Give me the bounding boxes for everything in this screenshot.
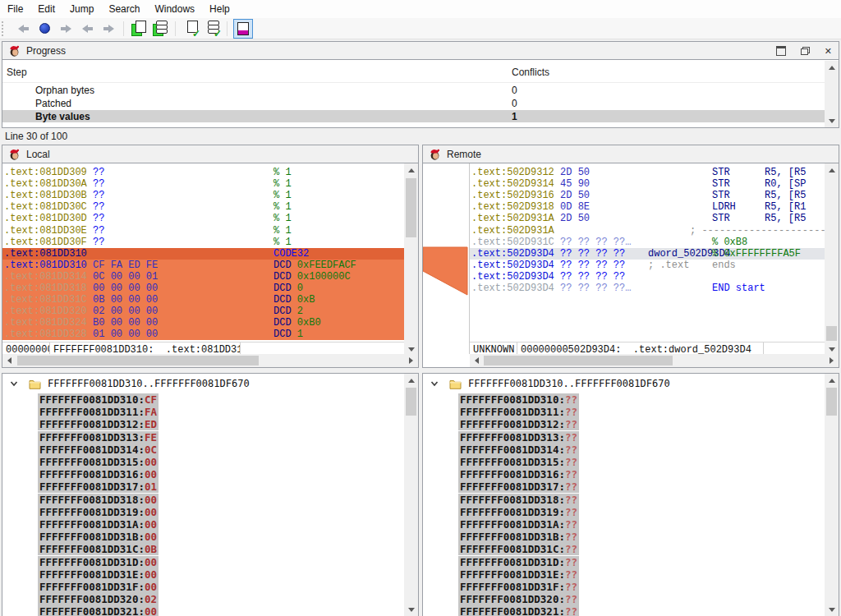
listing-row[interactable]: .text:502D9318 0D 8ELDRHR5, [R1 [470,201,825,213]
hex-row[interactable]: FFFFFFF0081DD321:?? [458,605,579,616]
local-hscrollbar[interactable] [2,354,418,367]
hex-row[interactable]: FFFFFFF0081DD31A:?? [458,518,579,531]
hex-local-vscrollbar[interactable] [404,374,418,616]
hex-row[interactable]: FFFFFFF0081DD316:00 [38,468,159,480]
hex-range-header[interactable]: FFFFFFF0081DD310..FFFFFFF0081DF670 [2,376,250,391]
hex-range-header[interactable]: FFFFFFF0081DD310..FFFFFFF0081DF670 [423,376,670,391]
hex-row[interactable]: FFFFFFF0081DD318:?? [458,494,579,506]
hex-row[interactable]: FFFFFFF0081DD319:?? [458,506,579,518]
hex-row[interactable]: FFFFFFF0081DD31C:0B [38,543,159,555]
accept-doc-icon[interactable] [182,20,200,38]
listing-row[interactable]: .text:502D931A; ------------------------… [470,225,825,237]
menu-jump[interactable]: Jump [62,1,101,17]
nav-back-icon[interactable] [14,20,32,38]
hex-row[interactable]: FFFFFFF0081DD31C:?? [458,543,579,555]
listing-row[interactable]: .text:081DD30E ??% 1 [2,225,404,237]
conflict-doc-icon[interactable] [233,19,253,39]
listing-row[interactable]: .text:081DD31C 0B 00 00 00DCD 0xB [2,294,404,306]
take-local-doc-icon[interactable] [130,20,148,38]
listing-row[interactable]: .text:502D9316 2D 50STRR5, [R5 [470,190,825,201]
hex-row[interactable]: FFFFFFF0081DD31E:?? [458,568,579,581]
local-listing[interactable]: .text:081DD309 ??% 1.text:081DD30A ??% 1… [2,163,404,342]
listing-row[interactable]: .text:081DD314 0C 00 00 01DCD 0x100000C [2,271,404,283]
listing-row[interactable]: .text:502D93D4 ?? ?? ?? ??dword_502D93D4… [470,248,825,260]
listing-row[interactable]: .text:502D9314 45 90STRR0, [SP [470,178,825,190]
listing-row[interactable]: .text:081DD310CODE32 [2,248,404,260]
hex-row[interactable]: FFFFFFF0081DD313:?? [458,431,579,444]
hex-row[interactable]: FFFFFFF0081DD310:CF [38,393,159,406]
hex-row[interactable]: FFFFFFF0081DD31B:?? [458,531,579,543]
hex-row[interactable]: FFFFFFF0081DD314:0C [38,444,159,456]
progress-scrollbar[interactable] [825,61,839,127]
hex-row[interactable]: FFFFFFF0081DD313:FE [38,431,159,444]
listing-row[interactable]: .text:081DD310 CF FA ED FEDCD 0xFEEDFACF [2,260,404,271]
scroll-right-icon[interactable] [825,354,839,367]
scroll-down-icon[interactable] [404,603,418,616]
hex-row[interactable]: FFFFFFF0081DD31D:00 [38,556,159,568]
scroll-up-icon[interactable] [404,374,418,387]
take-local-db-icon[interactable] [151,20,169,38]
menu-edit[interactable]: Edit [30,1,62,17]
table-row[interactable]: Byte values1 [2,110,825,122]
listing-row[interactable]: .text:081DD30B ??% 1 [2,190,404,201]
listing-row[interactable]: .text:502D931A 2D 50STRR5, [R5 [470,213,825,224]
hex-row[interactable]: FFFFFFF0081DD311:?? [458,406,579,418]
menu-search[interactable]: Search [101,1,147,17]
toolbar-grip[interactable] [2,21,7,36]
accept-db-icon[interactable] [203,20,221,38]
scroll-left-icon[interactable] [470,354,484,367]
hex-row[interactable]: FFFFFFF0081DD31A:00 [38,518,159,531]
hex-row[interactable]: FFFFFFF0081DD312:ED [38,418,159,430]
nav-current-icon[interactable] [35,20,53,38]
hex-row[interactable]: FFFFFFF0081DD321:00 [38,605,159,616]
listing-row[interactable]: .text:081DD328 01 00 00 00DCD 1 [2,329,404,340]
nav-next-icon[interactable] [99,20,117,38]
hex-row[interactable]: FFFFFFF0081DD31E:00 [38,568,159,581]
local-titlebar[interactable]: Local [2,145,418,163]
menu-help[interactable]: Help [202,1,237,17]
table-row[interactable]: Orphan bytes0 [2,84,825,96]
menu-windows[interactable]: Windows [147,1,202,17]
listing-row[interactable]: .text:502D93D4 ?? ?? ?? ??; .textends [470,260,825,271]
scroll-up-icon[interactable] [825,163,839,177]
hex-row[interactable]: FFFFFFF0081DD318:00 [38,494,159,506]
progress-titlebar[interactable]: Progress [2,42,839,60]
remote-hscrollbar[interactable] [470,354,839,367]
hex-row[interactable]: FFFFFFF0081DD315:?? [458,456,579,468]
listing-row[interactable]: .text:081DD318 00 00 00 00DCD 0 [2,283,404,294]
hex-row[interactable]: FFFFFFF0081DD315:00 [38,456,159,468]
hex-row[interactable]: FFFFFFF0081DD311:FA [38,406,159,418]
restore-icon[interactable] [801,47,810,55]
hex-row[interactable]: FFFFFFF0081DD317:01 [38,480,159,493]
nav-forward-icon[interactable] [57,20,75,38]
hex-row[interactable]: FFFFFFF0081DD31F:00 [38,581,159,593]
remote-titlebar[interactable]: Remote [423,145,839,163]
hex-row[interactable]: FFFFFFF0081DD316:?? [458,468,579,480]
local-vscrollbar[interactable] [404,163,418,356]
remote-vscrollbar[interactable] [825,163,839,356]
scroll-down-icon[interactable] [825,603,839,616]
listing-row[interactable]: .text:502D9312 2D 50STRR5, [R5 [470,167,825,178]
listing-row[interactable]: .text:081DD30C ??% 1 [2,201,404,213]
hex-row[interactable]: FFFFFFF0081DD310:?? [458,393,579,406]
listing-row[interactable]: .text:081DD309 ??% 1 [2,167,404,178]
listing-row[interactable]: .text:502D931C ?? ?? ?? ??…% 0xB8 [470,237,825,248]
hex-row[interactable]: FFFFFFF0081DD31B:00 [38,531,159,543]
maximize-icon[interactable] [776,46,786,56]
hex-remote-vscrollbar[interactable] [825,374,839,616]
listing-row[interactable]: .text:081DD320 02 00 00 00DCD 2 [2,306,404,317]
nav-prev-icon[interactable] [78,20,96,38]
scroll-up-icon[interactable] [825,374,839,387]
scroll-up-icon[interactable] [404,163,418,177]
hex-row[interactable]: FFFFFFF0081DD320:02 [38,593,159,605]
scroll-down-icon[interactable] [825,114,839,127]
hex-row[interactable]: FFFFFFF0081DD31F:?? [458,581,579,593]
table-row[interactable]: Patched0 [2,97,825,109]
listing-row[interactable]: .text:502D93D4 ?? ?? ?? ??…END start [470,283,825,294]
hex-row[interactable]: FFFFFFF0081DD319:00 [38,506,159,518]
remote-listing[interactable]: .text:502D9312 2D 50STRR5, [R5.text:502D… [470,163,825,342]
hex-row[interactable]: FFFFFFF0081DD31D:?? [458,556,579,568]
hex-row[interactable]: FFFFFFF0081DD317:?? [458,480,579,493]
chevron-down-icon[interactable] [430,379,439,388]
hex-row[interactable]: FFFFFFF0081DD314:?? [458,444,579,456]
